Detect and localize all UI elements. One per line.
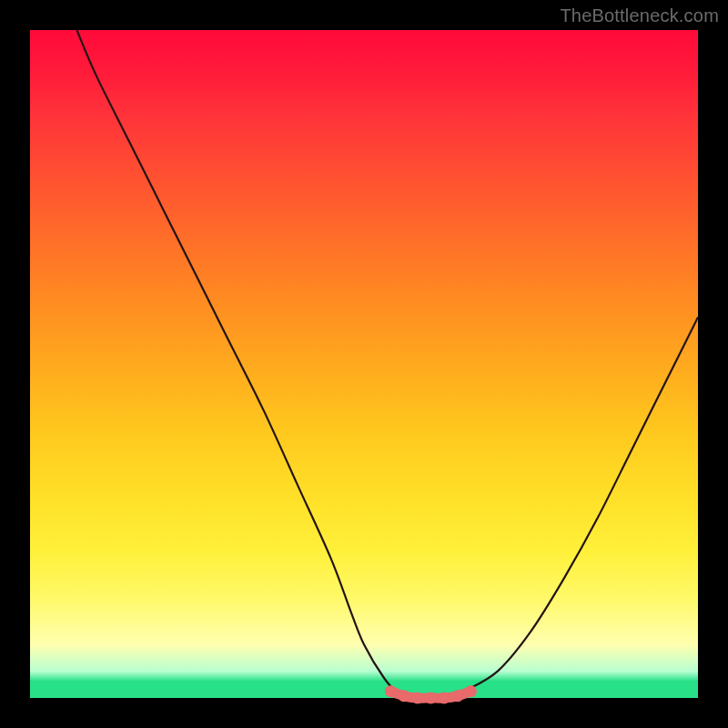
flat-bottom-dot — [425, 693, 437, 704]
flat-bottom-dot — [465, 685, 477, 697]
flat-bottom-dot — [385, 685, 397, 697]
flat-bottom-dots — [385, 685, 477, 703]
chart-frame: TheBottleneck.com — [0, 0, 728, 728]
watermark-text: TheBottleneck.com — [560, 5, 719, 26]
flat-bottom-dot — [411, 693, 423, 704]
bottleneck-curve-svg — [30, 30, 698, 698]
flat-bottom-dot — [439, 693, 450, 704]
flat-bottom-dot — [451, 690, 463, 702]
flat-bottom-dot — [399, 690, 410, 702]
curve-path-group — [76, 30, 698, 699]
bottleneck-curve-path — [76, 30, 698, 699]
plot-area — [30, 30, 698, 698]
